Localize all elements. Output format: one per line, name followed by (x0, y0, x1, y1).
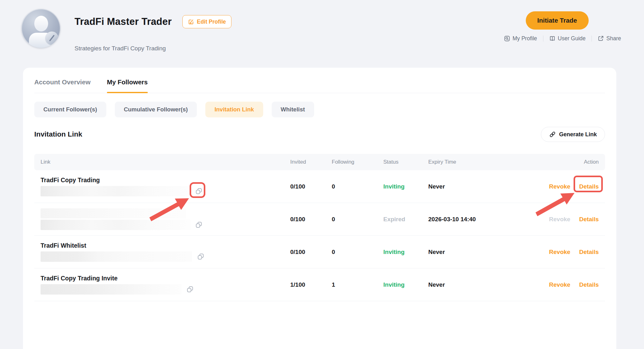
trader-subtitle: Strategies for TradFi Copy Trading (75, 45, 166, 52)
copy-link-icon[interactable] (197, 253, 204, 260)
status-badge: Inviting (377, 183, 422, 190)
redacted-link (41, 284, 181, 295)
divider (543, 36, 543, 42)
avatar-head-shape (34, 16, 48, 31)
generate-link-button[interactable]: Generate Link (541, 127, 605, 142)
user-guide-label: User Guide (558, 35, 586, 42)
share-link[interactable]: Share (598, 35, 621, 42)
copy-link-icon[interactable] (195, 188, 203, 195)
copy-link-icon[interactable] (186, 286, 194, 293)
link-name: TradFi Copy Trading Invite (41, 275, 284, 282)
revoke-button-disabled: Revoke (549, 216, 570, 223)
following-value: 0 (325, 183, 377, 190)
section-title: Invitation Link (34, 130, 82, 138)
book-icon (549, 36, 555, 42)
filter-current-followers[interactable]: Current Follower(s) (34, 102, 106, 117)
redacted-link (41, 220, 190, 230)
status-badge: Inviting (377, 281, 422, 288)
following-value: 0 (325, 216, 377, 223)
details-button[interactable]: Details (579, 183, 599, 190)
expiry-value: Never (422, 183, 544, 190)
details-button[interactable]: Details (579, 249, 599, 256)
status-badge: Inviting (377, 249, 422, 256)
status-badge: Expired (377, 216, 422, 223)
my-profile-link[interactable]: My Profile (504, 35, 537, 42)
share-label: Share (606, 35, 621, 42)
table-row: 0/100 0 Expired 2026-03-10 14:40 Revoke … (34, 203, 605, 236)
following-value: 1 (325, 281, 377, 288)
invited-value: 0/100 (284, 249, 325, 256)
tab-my-followers[interactable]: My Followers (107, 78, 148, 93)
filter-whitelist[interactable]: Whitelist (272, 102, 314, 117)
edit-profile-button[interactable]: Edit Profile (182, 15, 231, 28)
invited-value: 0/100 (284, 183, 325, 190)
details-button[interactable]: Details (579, 281, 599, 288)
column-header-following: Following (325, 159, 377, 165)
initiate-trade-button[interactable]: Initiate Trade (526, 11, 589, 30)
expiry-value: Never (422, 249, 544, 256)
invited-value: 0/100 (284, 216, 325, 223)
divider (591, 36, 592, 42)
expiry-value: 2026-03-10 14:40 (422, 216, 544, 223)
my-profile-label: My Profile (513, 35, 537, 42)
redacted-link-name (41, 208, 186, 218)
avatar-edit-badge-icon (45, 31, 58, 45)
following-value: 0 (325, 249, 377, 256)
redacted-link (41, 251, 192, 262)
invitation-link-table: Link Invited Following Status Expiry Tim… (34, 154, 605, 301)
filter-invitation-link[interactable]: Invitation Link (205, 102, 263, 117)
edit-profile-label: Edit Profile (197, 19, 226, 25)
table-row: TradFi Copy Trading 0/100 0 Inviting Nev… (34, 170, 605, 203)
redacted-link (41, 186, 190, 196)
tab-account-overview[interactable]: Account Overview (34, 78, 91, 93)
revoke-button[interactable]: Revoke (549, 281, 570, 288)
revoke-button[interactable]: Revoke (549, 183, 570, 190)
copy-link-icon[interactable] (195, 221, 203, 228)
follower-filters: Current Follower(s) Cumulative Follower(… (34, 102, 605, 117)
profile-search-icon (504, 36, 510, 42)
table-row: TradFi Copy Trading Invite 1/100 1 Invit… (34, 268, 605, 301)
expiry-value: Never (422, 281, 544, 288)
revoke-button[interactable]: Revoke (549, 249, 570, 256)
details-button[interactable]: Details (579, 216, 599, 223)
filter-cumulative-followers[interactable]: Cumulative Follower(s) (115, 102, 197, 117)
column-header-status: Status (377, 159, 422, 165)
invited-value: 1/100 (284, 281, 325, 288)
invitation-link-page: { "header": { "title": "TradFi Master Tr… (0, 0, 644, 349)
link-name: TradFi Copy Trading (41, 177, 284, 184)
header-links: My Profile User Guide Share (504, 35, 621, 42)
trader-avatar (21, 9, 60, 48)
page-title: TradFi Master Trader (75, 16, 172, 27)
tab-bar: Account Overview My Followers (34, 68, 605, 93)
followers-card: Account Overview My Followers Current Fo… (23, 68, 616, 349)
column-header-invited: Invited (284, 159, 325, 165)
edit-pencil-icon (188, 19, 194, 25)
table-header: Link Invited Following Status Expiry Tim… (34, 154, 605, 170)
chain-link-icon (549, 131, 556, 138)
column-header-expiry: Expiry Time (422, 159, 544, 165)
column-header-link: Link (34, 159, 284, 165)
table-row: TradFi Whitelist 0/100 0 Inviting Never … (34, 236, 605, 268)
external-link-icon (598, 36, 604, 42)
user-guide-link[interactable]: User Guide (549, 35, 586, 42)
link-name: TradFi Whitelist (41, 242, 284, 249)
column-header-action: Action (544, 159, 605, 165)
generate-link-label: Generate Link (559, 131, 597, 138)
